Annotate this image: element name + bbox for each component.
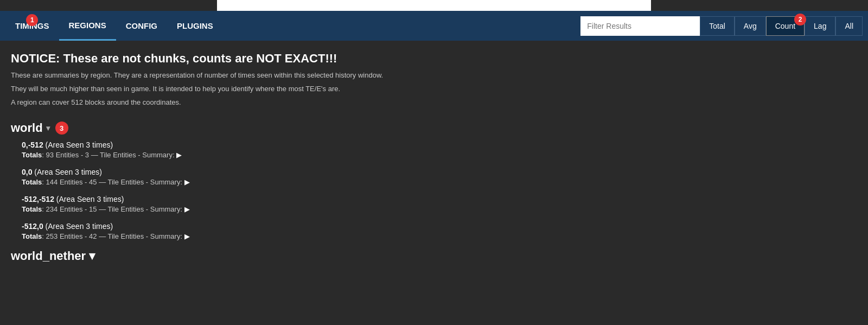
- top-bar: [217, 0, 651, 11]
- region-coords-3: -512,0 (Area Seen 3 times): [22, 222, 857, 231]
- lag-button[interactable]: Lag: [805, 16, 835, 36]
- tab-regions-label: REGIONS: [69, 21, 106, 30]
- tab-plugins-label: PLUGINS: [177, 21, 213, 30]
- totals-label-0: Totals: [22, 151, 42, 159]
- region-totals-1: Totals: 144 Entities - 45 — Tile Entitie…: [22, 178, 857, 186]
- count-button[interactable]: 2 Count: [766, 16, 805, 36]
- world-nether-chevron-icon: ▾: [89, 249, 95, 263]
- tab-config[interactable]: CONFIG: [116, 11, 167, 41]
- notice-line-3: A region can cover 512 blocks around the…: [11, 97, 857, 109]
- summary-arrow-0[interactable]: ▶: [176, 151, 182, 159]
- notice-title: NOTICE: These are not chunks, counts are…: [11, 52, 857, 66]
- notice: NOTICE: These are not chunks, counts are…: [11, 52, 857, 108]
- tab-config-label: CONFIG: [126, 21, 157, 30]
- filter-input[interactable]: [580, 16, 700, 36]
- region-totals-3: Totals: 253 Entities - 42 — Tile Entitie…: [22, 232, 857, 240]
- region-totals-0: Totals: 93 Entities - 3 — Tile Entities …: [22, 151, 857, 159]
- totals-label-1: Totals: [22, 178, 42, 186]
- region-coords-0: 0,-512 (Area Seen 3 times): [22, 141, 857, 149]
- totals-label-2: Totals: [22, 205, 42, 213]
- region-coords-bold-0: 0,-512: [22, 141, 43, 149]
- main-content: NOTICE: These are not chunks, counts are…: [0, 41, 868, 274]
- summary-arrow-2[interactable]: ▶: [184, 205, 190, 213]
- region-item-0: 0,-512 (Area Seen 3 times) Totals: 93 En…: [22, 141, 857, 159]
- world-section: world ▾ 3 0,-512 (Area Seen 3 times) Tot…: [11, 121, 857, 240]
- avg-button[interactable]: Avg: [735, 16, 766, 36]
- notice-line-2: They will be much higher than seen in ga…: [11, 84, 857, 95]
- notice-line-1: These are summaries by region. They are …: [11, 70, 857, 81]
- world-chevron-icon: ▾: [46, 124, 50, 132]
- world-nether-title[interactable]: world_nether ▾: [11, 249, 857, 263]
- world-title[interactable]: world ▾ 3: [11, 121, 857, 135]
- world-nether-name: world_nether: [11, 249, 86, 263]
- timings-badge: 1: [26, 14, 38, 26]
- nav-right: Total Avg 2 Count Lag All: [580, 16, 863, 36]
- summary-arrow-3[interactable]: ▶: [184, 232, 190, 240]
- total-button[interactable]: Total: [700, 16, 735, 36]
- totals-label-3: Totals: [22, 232, 42, 240]
- region-coords-bold-3: -512,0: [22, 222, 43, 231]
- all-button[interactable]: All: [835, 16, 863, 36]
- region-item-3: -512,0 (Area Seen 3 times) Totals: 253 E…: [22, 222, 857, 240]
- region-totals-2: Totals: 234 Entities - 15 — Tile Entitie…: [22, 205, 857, 213]
- region-item-1: 0,0 (Area Seen 3 times) Totals: 144 Enti…: [22, 168, 857, 186]
- region-coords-1: 0,0 (Area Seen 3 times): [22, 168, 857, 176]
- count-badge: 2: [794, 14, 806, 26]
- region-coords-2: -512,-512 (Area Seen 3 times): [22, 195, 857, 203]
- summary-arrow-1[interactable]: ▶: [184, 178, 190, 186]
- tab-timings[interactable]: 1 TIMINGS: [5, 11, 59, 41]
- region-coords-bold-1: 0,0: [22, 168, 32, 176]
- region-item-2: -512,-512 (Area Seen 3 times) Totals: 23…: [22, 195, 857, 213]
- navbar: 1 TIMINGS REGIONS CONFIG PLUGINS Total A…: [0, 11, 868, 41]
- tab-regions[interactable]: REGIONS: [59, 11, 116, 41]
- nav-tabs: 1 TIMINGS REGIONS CONFIG PLUGINS: [5, 11, 223, 41]
- world-name: world: [11, 121, 43, 135]
- region-coords-bold-2: -512,-512: [22, 195, 54, 203]
- tab-plugins[interactable]: PLUGINS: [167, 11, 223, 41]
- world-badge: 3: [55, 122, 68, 135]
